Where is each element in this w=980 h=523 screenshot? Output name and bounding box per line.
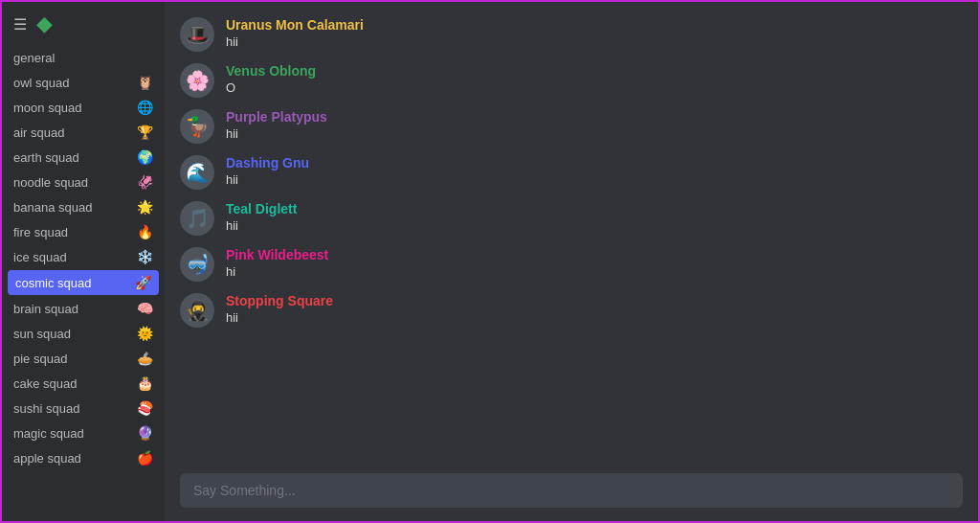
message-content: Uranus Mon Calamari hii	[226, 17, 364, 49]
sidebar-item-cake-squad[interactable]: cake squad🎂	[2, 371, 165, 396]
sidebar-item-emoji: 🚀	[135, 275, 151, 290]
message-content: Pink Wildebeest hi	[226, 247, 328, 279]
message-text: hii	[226, 172, 309, 187]
message-input-container	[165, 464, 978, 521]
avatar: 🤿	[180, 247, 214, 282]
sidebar-item-apple-squad[interactable]: apple squad🍎	[2, 445, 165, 470]
sidebar-item-emoji: 🍣	[137, 400, 153, 416]
sidebar-item-owl-squad[interactable]: owl squad🦉	[2, 70, 165, 95]
sidebar-item-emoji: ❄️	[137, 249, 153, 264]
sidebar-item-label: moon squad	[13, 101, 133, 115]
sidebar-item-emoji: 🌐	[137, 100, 153, 115]
sidebar-item-sun-squad[interactable]: sun squad🌞	[2, 321, 165, 346]
sidebar-item-emoji: 🎂	[137, 375, 153, 391]
message-author: Uranus Mon Calamari	[226, 17, 364, 33]
sidebar-item-earth-squad[interactable]: earth squad🌍	[2, 145, 165, 170]
sidebar-item-sushi-squad[interactable]: sushi squad🍣	[2, 396, 165, 421]
message-item: 🦆 Purple Platypus hii	[180, 103, 963, 149]
message-author: Dashing Gnu	[226, 155, 309, 171]
sidebar-item-label: air squad	[13, 125, 133, 140]
sidebar-item-emoji: 🦑	[137, 174, 153, 190]
sidebar-item-ice-squad[interactable]: ice squad❄️	[2, 244, 165, 269]
sidebar-item-label: pie squad	[13, 352, 133, 366]
sidebar-item-label: fire squad	[13, 225, 133, 239]
messages-area: 🎩 Uranus Mon Calamari hii 🌸 Venus Oblong…	[165, 2, 978, 464]
sidebar-item-brain-squad[interactable]: brain squad🧠	[2, 296, 165, 321]
sidebar-item-label: sushi squad	[13, 401, 133, 416]
sidebar-item-label: owl squad	[13, 76, 133, 90]
avatar: 🌊	[180, 155, 214, 190]
sidebar-item-magic-squad[interactable]: magic squad🔮	[2, 421, 165, 445]
message-item: 🤿 Pink Wildebeest hi	[180, 241, 963, 287]
sidebar-item-emoji: 🏆	[137, 125, 153, 140]
sidebar-item-emoji: 🔮	[137, 425, 153, 441]
message-text: hii	[226, 218, 297, 233]
sidebar-item-emoji: 🔥	[137, 224, 153, 239]
menu-icon[interactable]: ☰	[13, 15, 27, 34]
sidebar-item-emoji: 🥧	[137, 351, 153, 366]
message-author: Teal Diglett	[226, 201, 297, 216]
message-item: 🥷 Stopping Square hii	[180, 287, 963, 333]
sidebar-item-emoji: 🧠	[137, 301, 153, 316]
message-author: Purple Platypus	[226, 109, 327, 125]
sidebar-item-emoji: 🌞	[137, 326, 153, 341]
sidebar-item-noodle-squad[interactable]: noodle squad🦑	[2, 170, 165, 194]
logo-icon: ◆	[36, 11, 53, 36]
message-author: Stopping Square	[226, 293, 333, 308]
sidebar-item-moon-squad[interactable]: moon squad🌐	[2, 95, 165, 120]
sidebar-item-air-squad[interactable]: air squad🏆	[2, 120, 165, 145]
sidebar-item-emoji: 🦉	[137, 75, 153, 90]
sidebar-item-cosmic-squad[interactable]: cosmic squad🚀	[8, 270, 159, 295]
avatar: 🦆	[180, 109, 214, 144]
sidebar-item-pie-squad[interactable]: pie squad🥧	[2, 346, 165, 371]
sidebar-item-label: banana squad	[13, 200, 133, 215]
message-text: O	[226, 80, 316, 95]
sidebar-item-label: magic squad	[13, 426, 133, 441]
message-input[interactable]	[180, 473, 963, 508]
avatar: 🎵	[180, 201, 214, 236]
sidebar-item-emoji: 🍎	[137, 450, 153, 466]
message-content: Stopping Square hii	[226, 293, 333, 325]
message-content: Purple Platypus hii	[226, 109, 327, 141]
sidebar-item-label: cosmic squad	[15, 276, 131, 290]
sidebar-item-label: sun squad	[13, 327, 133, 341]
sidebar-item-label: apple squad	[13, 451, 133, 466]
sidebar-item-label: brain squad	[13, 302, 133, 316]
sidebar-nav: generalowl squad🦉moon squad🌐air squad🏆ea…	[2, 46, 165, 470]
sidebar-item-label: general	[13, 51, 149, 65]
sidebar-item-emoji: 🌟	[137, 199, 153, 215]
message-text: hi	[226, 264, 328, 279]
avatar: 🥷	[180, 293, 214, 328]
sidebar-item-banana-squad[interactable]: banana squad🌟	[2, 194, 165, 219]
sidebar-item-label: cake squad	[13, 376, 133, 391]
message-item: 🌸 Venus Oblong O	[180, 57, 963, 103]
message-item: 🌊 Dashing Gnu hii	[180, 149, 963, 195]
message-text: hii	[226, 34, 364, 49]
sidebar: ☰ ◆ generalowl squad🦉moon squad🌐air squa…	[2, 2, 165, 521]
sidebar-item-emoji: 🌍	[137, 149, 153, 165]
message-author: Venus Oblong	[226, 63, 316, 79]
sidebar-header: ☰ ◆	[2, 2, 165, 46]
avatar: 🎩	[180, 17, 214, 52]
sidebar-item-general[interactable]: general	[2, 46, 165, 70]
message-item: 🎩 Uranus Mon Calamari hii	[180, 11, 963, 57]
message-item: 🎵 Teal Diglett hii	[180, 195, 963, 241]
main-content: 🎩 Uranus Mon Calamari hii 🌸 Venus Oblong…	[165, 2, 978, 521]
avatar: 🌸	[180, 63, 214, 98]
message-author: Pink Wildebeest	[226, 247, 328, 262]
sidebar-item-fire-squad[interactable]: fire squad🔥	[2, 219, 165, 244]
message-content: Dashing Gnu hii	[226, 155, 309, 187]
sidebar-item-label: ice squad	[13, 250, 133, 264]
message-content: Venus Oblong O	[226, 63, 316, 95]
message-text: hii	[226, 310, 333, 325]
sidebar-item-label: earth squad	[13, 150, 133, 165]
sidebar-item-label: noodle squad	[13, 175, 133, 190]
message-text: hii	[226, 126, 327, 141]
message-content: Teal Diglett hii	[226, 201, 297, 233]
